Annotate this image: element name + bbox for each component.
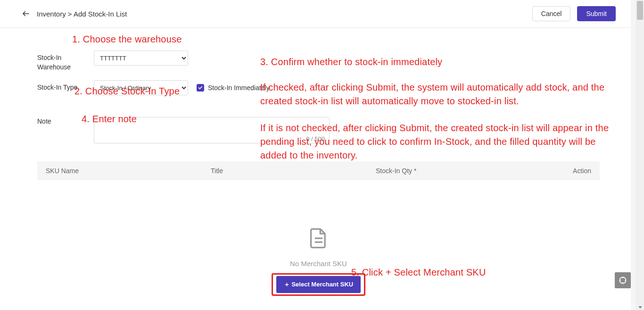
cancel-button[interactable]: Cancel (532, 6, 571, 21)
annotation-1: 1. Choose the warehouse (72, 33, 182, 46)
warehouse-label: Stock-In Warehouse (37, 50, 94, 72)
annotation-3-p2: If it is not checked, after clicking Sub… (260, 121, 614, 162)
back-arrow-icon[interactable] (22, 9, 30, 18)
select-merchant-sku-button[interactable]: ＋ Select Merchant SKU (276, 276, 361, 293)
annotation-3-title: 3. Confirm whether to stock-in immediate… (260, 55, 609, 69)
sku-table-header: SKU Name Title Stock-In Qty * Action (37, 161, 600, 180)
col-action: Action (544, 167, 591, 175)
scrollbar-thumb[interactable] (637, 1, 643, 20)
warehouse-select[interactable]: TTTTTTT (94, 50, 188, 66)
col-title: Title (211, 167, 376, 175)
content-card: Stock-In Warehouse TTTTTTT Stock-In Type… (21, 37, 616, 310)
submit-button[interactable]: Submit (577, 6, 616, 21)
stockin-immediately-checkbox[interactable] (197, 84, 204, 92)
support-widget-icon[interactable] (615, 272, 631, 288)
scroll-down-icon (638, 306, 642, 309)
vertical-scrollbar[interactable] (636, 0, 644, 310)
annotation-5: 5. Click + Select Merchant SKU (351, 266, 486, 279)
annotation-2: 2. Choose Stock-In Type (74, 84, 180, 98)
annotation-3-p1: If checked, aftar clicking Submit, the s… (260, 81, 614, 108)
document-icon (37, 227, 600, 251)
page-header: Inventory > Add Stock-In List Cancel Sub… (0, 0, 631, 28)
col-sku-name: SKU Name (46, 167, 211, 175)
empty-state: No Merchant SKU ＋ Select Merchant SKU (37, 227, 600, 293)
annotation-4: 4. Enter note (82, 112, 137, 126)
empty-text: No Merchant SKU (37, 260, 600, 268)
col-stockin-qty: Stock-In Qty * (376, 167, 544, 175)
breadcrumb: Inventory > Add Stock-In List (37, 10, 127, 18)
